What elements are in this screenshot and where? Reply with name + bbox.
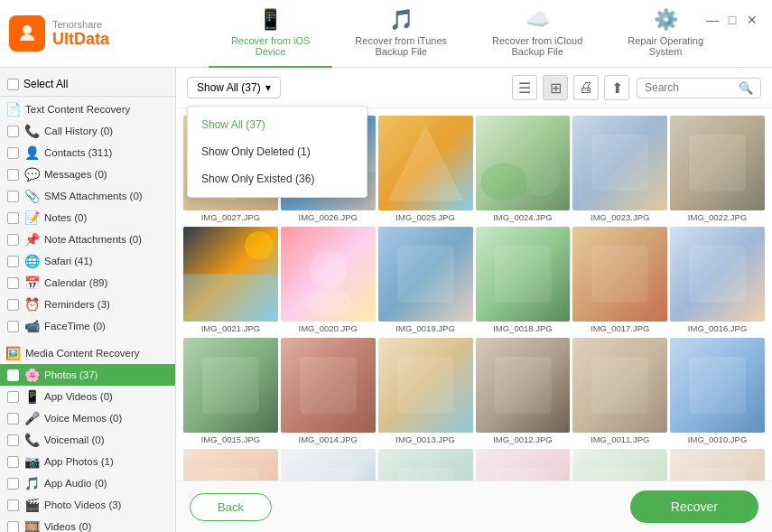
videos-checkbox[interactable] bbox=[7, 521, 19, 533]
sidebar-item-safari[interactable]: 🌐 Safari (41) bbox=[0, 250, 175, 272]
photo-label-img13: IMG_0013.JPG bbox=[378, 433, 473, 446]
photos-icon: 🌸 bbox=[23, 367, 40, 383]
photo-item-img16[interactable]: IMG_0016.JPG bbox=[670, 227, 765, 335]
safari-icon: 🌐 bbox=[23, 253, 40, 269]
photo-label-img17: IMG_0017.JPG bbox=[572, 322, 667, 335]
photo-item-img04[interactable]: IMG_0004.JPG bbox=[670, 449, 765, 481]
photo-videos-checkbox[interactable] bbox=[7, 499, 19, 511]
tab-itunes[interactable]: 🎵 Recover from iTunesBackup File bbox=[332, 0, 470, 69]
photo-item-img05[interactable]: IMG_0005.JPG bbox=[572, 449, 667, 481]
minimize-button[interactable]: — bbox=[706, 14, 719, 26]
photo-item-img17[interactable]: IMG_0017.JPG bbox=[572, 227, 667, 335]
sidebar-item-voice-memos[interactable]: 🎤 Voice Memos (0) bbox=[0, 407, 175, 429]
sidebar-item-contacts[interactable]: 👤 Contacts (311) bbox=[0, 142, 175, 163]
toolbar: Show All (37) ▾ ☰ ⊞ 🖨 ⬆ 🔍 Show All (37 bbox=[176, 68, 772, 108]
calendar-checkbox[interactable] bbox=[7, 277, 19, 289]
photo-item-img10[interactable]: IMG_0010.JPG bbox=[670, 338, 765, 446]
note-attach-checkbox[interactable] bbox=[7, 234, 19, 246]
sidebar-item-messages[interactable]: 💬 Messages (0) bbox=[0, 163, 175, 185]
sidebar-item-photo-videos[interactable]: 🎬 Photo Videos (3) bbox=[0, 494, 175, 516]
photo-item-img24[interactable]: IMG_0024.JPG bbox=[476, 116, 571, 224]
select-all-checkbox[interactable] bbox=[7, 79, 19, 90]
dropdown-item-show-all[interactable]: Show All (37) bbox=[188, 111, 367, 138]
reminders-checkbox[interactable] bbox=[7, 299, 19, 311]
sms-checkbox[interactable] bbox=[7, 191, 19, 202]
photo-item-img20[interactable]: IMG_0020.JPG bbox=[281, 227, 376, 335]
show-all-button[interactable]: Show All (37) ▾ bbox=[187, 77, 281, 98]
call-history-checkbox[interactable] bbox=[7, 126, 19, 137]
photo-item-img06[interactable]: IMG_0006.JPG bbox=[476, 449, 571, 481]
photo-item-img14[interactable]: IMG_0014.JPG bbox=[281, 338, 376, 446]
contacts-checkbox[interactable] bbox=[7, 147, 19, 159]
photo-item-img23[interactable]: IMG_0023.JPG bbox=[572, 116, 667, 224]
dropdown-item-show-deleted[interactable]: Show Only Deleted (1) bbox=[188, 138, 367, 165]
facetime-checkbox[interactable] bbox=[7, 321, 19, 332]
export-icon[interactable]: ⬆ bbox=[604, 75, 629, 100]
photo-item-img08[interactable]: IMG_0008.JPG bbox=[281, 449, 376, 481]
tab-itunes-icon: 🎵 bbox=[389, 8, 414, 32]
photo-item-img19[interactable]: IMG_0019.JPG bbox=[378, 227, 473, 335]
safari-checkbox[interactable] bbox=[7, 256, 19, 267]
messages-checkbox[interactable] bbox=[7, 169, 19, 181]
back-button[interactable]: Back bbox=[190, 493, 272, 521]
photo-item-img07[interactable]: IMG_0007.JPG bbox=[378, 449, 473, 481]
tab-ios[interactable]: 📱 Recover from iOSDevice bbox=[209, 0, 332, 69]
sidebar-item-reminders[interactable]: ⏰ Reminders (3) bbox=[0, 294, 175, 315]
sidebar-item-calendar[interactable]: 📅 Calendar (89) bbox=[0, 272, 175, 294]
search-box: 🔍 bbox=[637, 78, 761, 98]
notes-label: Notes (0) bbox=[44, 212, 87, 223]
search-input[interactable] bbox=[645, 81, 735, 94]
photo-item-img18[interactable]: IMG_0018.JPG bbox=[476, 227, 571, 335]
select-all-row[interactable]: Select All bbox=[0, 72, 175, 97]
tab-icloud-label: Recover from iCloudBackup File bbox=[492, 35, 582, 57]
maximize-button[interactable]: □ bbox=[726, 14, 739, 26]
tab-icloud[interactable]: ☁️ Recover from iCloudBackup File bbox=[470, 0, 605, 69]
app-photos-checkbox[interactable] bbox=[7, 456, 19, 468]
svg-rect-10 bbox=[183, 274, 278, 321]
svg-rect-27 bbox=[494, 467, 551, 481]
sidebar-item-call-history[interactable]: 📞 Call History (0) bbox=[0, 120, 175, 142]
app-videos-checkbox[interactable] bbox=[7, 391, 19, 403]
photo-thumb-img06 bbox=[476, 449, 571, 481]
print-icon[interactable]: 🖨 bbox=[573, 75, 599, 100]
sidebar-item-app-photos[interactable]: 📷 App Photos (1) bbox=[0, 451, 175, 472]
photo-thumb-img18 bbox=[476, 227, 571, 322]
voice-memos-checkbox[interactable] bbox=[7, 413, 19, 425]
close-button[interactable]: ✕ bbox=[746, 14, 758, 26]
sidebar-item-note-attachments[interactable]: 📌 Note Attachments (0) bbox=[0, 229, 175, 250]
photo-label-img21: IMG_0021.JPG bbox=[183, 322, 278, 335]
section-media-header: 🖼️ Media Content Recovery bbox=[0, 341, 175, 364]
svg-marker-5 bbox=[387, 125, 463, 201]
svg-rect-8 bbox=[591, 135, 648, 191]
sidebar-item-voicemail[interactable]: 📞 Voicemail (0) bbox=[0, 429, 175, 451]
photo-item-img11[interactable]: IMG_0011.JPG bbox=[572, 338, 667, 446]
tab-repair[interactable]: ⚙️ Repair OperatingSystem bbox=[605, 0, 726, 69]
recover-button[interactable]: Recover bbox=[630, 490, 758, 523]
sidebar-item-notes[interactable]: 📝 Notes (0) bbox=[0, 207, 175, 229]
dropdown-item-show-existed[interactable]: Show Only Existed (36) bbox=[188, 165, 367, 192]
calendar-label: Calendar (89) bbox=[44, 277, 107, 288]
sidebar-item-photos[interactable]: 🌸 Photos (37) bbox=[0, 364, 175, 386]
sidebar-item-facetime[interactable]: 📹 FaceTime (0) bbox=[0, 315, 175, 337]
sidebar-item-videos[interactable]: 🎞️ Videos (0) bbox=[0, 516, 175, 532]
sidebar-item-app-audio[interactable]: 🎵 App Audio (0) bbox=[0, 472, 175, 494]
view-list-icon[interactable]: ☰ bbox=[512, 75, 537, 100]
view-grid-icon[interactable]: ⊞ bbox=[543, 75, 568, 100]
svg-rect-14 bbox=[397, 246, 454, 303]
photo-thumb-img11 bbox=[572, 338, 667, 433]
photos-checkbox[interactable] bbox=[7, 369, 19, 381]
app-audio-icon: 🎵 bbox=[23, 475, 40, 491]
app-audio-checkbox[interactable] bbox=[7, 478, 19, 490]
photo-item-img21[interactable]: IMG_0021.JPG bbox=[183, 227, 278, 335]
photo-item-img22[interactable]: IMG_0022.JPG bbox=[670, 116, 765, 224]
photo-item-img13[interactable]: IMG_0013.JPG bbox=[378, 338, 473, 446]
voicemail-checkbox[interactable] bbox=[7, 434, 19, 446]
photo-item-img15[interactable]: IMG_0015.JPG bbox=[183, 338, 278, 446]
notes-checkbox[interactable] bbox=[7, 212, 19, 224]
contacts-label: Contacts (311) bbox=[44, 147, 112, 158]
sidebar-item-app-videos[interactable]: 📱 App Videos (0) bbox=[0, 386, 175, 407]
photo-item-img12[interactable]: IMG_0012.JPG bbox=[476, 338, 571, 446]
photo-item-img09[interactable]: IMG_0009.JPG bbox=[183, 449, 278, 481]
sidebar-item-sms-attachments[interactable]: 📎 SMS Attachments (0) bbox=[0, 185, 175, 207]
photo-item-img25[interactable]: IMG_0025.JPG bbox=[378, 116, 473, 224]
